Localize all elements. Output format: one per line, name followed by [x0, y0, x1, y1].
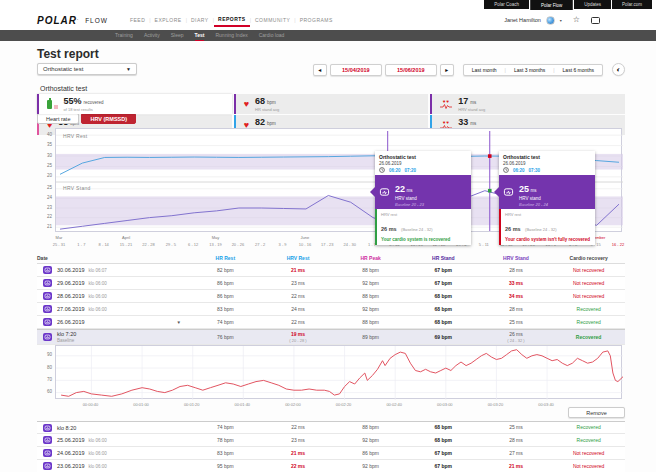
- tooltip-times: 06:20 07:20: [379, 167, 467, 173]
- chevron-down-icon[interactable]: ▾: [560, 18, 562, 23]
- date-from-field[interactable]: 15/04/2019: [330, 64, 382, 76]
- tooltip-arrow: [370, 187, 375, 197]
- content: Test report Orthostatic test ▼ ◄ 15/04/2…: [0, 41, 656, 472]
- remove-button[interactable]: Remove: [568, 407, 625, 418]
- topbar-link-polar-coach[interactable]: Polar Coach: [484, 0, 529, 9]
- value-cell: 68 bpm: [407, 319, 480, 325]
- week-label: 27 - 2: [255, 242, 265, 247]
- column-header-hr-peak: HR Peak: [334, 255, 407, 261]
- value-cell: 27 ms: [480, 450, 553, 456]
- topbar-link-polar-com[interactable]: Polar.com: [612, 0, 652, 9]
- nav-item-community[interactable]: COMMUNITY: [251, 14, 294, 26]
- date-cell: 25.06.2019klo 06:00: [57, 437, 189, 443]
- y-axis-tick: 40: [37, 132, 52, 137]
- date-cell: klo 8:20: [57, 425, 189, 431]
- table-row[interactable]: 24.06.2019klo 06:0083 bpm21 ms86 bpm67 b…: [37, 447, 625, 460]
- nav-item-reports[interactable]: REPORTS: [214, 13, 250, 27]
- value-cell: 68 bpm: [407, 293, 480, 299]
- collapse-caret-icon[interactable]: ▼: [177, 320, 181, 325]
- report-type-value: Orthostatic test: [43, 66, 83, 72]
- row-icon-cell: [37, 292, 57, 300]
- hrv-rest-series-title: HRV Rest: [63, 133, 88, 139]
- value-cell: 33 ms: [480, 280, 553, 286]
- tab-hrv-rmssd[interactable]: HRV (RMSSD): [81, 113, 136, 124]
- range-button-last-3-months[interactable]: Last 3 months: [506, 67, 553, 73]
- table-row[interactable]: 28.06.2019klo 06:0086 bpm22 ms88 bpm68 b…: [37, 290, 625, 303]
- value-cell: 68 bpm: [407, 424, 480, 430]
- subnav-item-running-index[interactable]: Running Index: [215, 30, 247, 41]
- hrv-stand-unit: ms: [531, 188, 537, 193]
- time-axis-label: 00:01:00: [133, 402, 149, 407]
- baseline-row[interactable]: klo 7:20Baseline76 bpm19 ms( 20 - 28 )89…: [37, 329, 625, 345]
- subnav-item-training[interactable]: Training: [115, 30, 133, 41]
- subnav-item-cardio-load[interactable]: Cardio load: [259, 30, 285, 41]
- favorites-star-icon[interactable]: ☆: [573, 16, 580, 24]
- hr-trace-panel[interactable]: [55, 345, 622, 399]
- report-type-select[interactable]: Orthostatic test ▼: [37, 63, 137, 75]
- table-row[interactable]: 25.06.2019klo 06:0078 bpm23 ms92 bpm68 b…: [37, 434, 625, 447]
- stat-label: of 18 test results: [64, 107, 104, 112]
- contrast-icon[interactable]: ◐: [612, 63, 625, 76]
- table-row[interactable]: 29.06.2019klo 06:0086 bpm23 ms92 bpm67 b…: [37, 277, 625, 290]
- flow-label[interactable]: FLOW: [85, 17, 108, 24]
- stat-unit: recovered: [84, 100, 104, 105]
- value-cell: 88 bpm: [334, 424, 407, 430]
- table-row[interactable]: 27.06.2019klo 06:0083 bpm24 ms92 bpm68 b…: [37, 303, 625, 316]
- value-cell: 28 ms: [480, 437, 553, 443]
- table-row[interactable]: 23.06.2019klo 06:0095 bpm22 ms92 bpm67 b…: [37, 460, 625, 472]
- week-label: 16 - 22: [612, 242, 624, 247]
- subnav-item-test[interactable]: Test: [195, 30, 205, 41]
- toolbar: Orthostatic test ▼ ◄ 15/04/2019 15/06/20…: [37, 63, 625, 76]
- user-name[interactable]: Janet Hamilton: [504, 17, 541, 23]
- subnav-item-sleep[interactable]: Sleep: [171, 30, 184, 41]
- date-to-field[interactable]: 15/06/2019: [385, 64, 437, 76]
- tooltip-head: Orthostatic test 26.06.2019 06:20 07:20: [375, 151, 471, 175]
- tooltip-hrv-stand-banner: 22ms HRV stand Baseline 20 - 23: [375, 175, 471, 209]
- range-button-last-6-months[interactable]: Last 6 months: [555, 67, 602, 73]
- tooltip-head: Orthostatic test 26.06.2019 06:20 07:30: [499, 151, 595, 175]
- y-axis-tick: 60: [37, 389, 52, 394]
- week-label: 29 - 5: [166, 242, 176, 247]
- row-icon-cell: [37, 305, 57, 313]
- cardio-recovery-cell: Recovered: [552, 319, 625, 325]
- polar-logo[interactable]: POLAR.: [37, 15, 79, 26]
- time-axis-label: 00:02:20: [336, 402, 352, 407]
- row-icon-cell: [37, 449, 57, 457]
- topbar: Polar CoachPolar FlowUpdatesPolar.com: [0, 0, 656, 10]
- time-axis-label: 00:02:40: [386, 402, 402, 407]
- topbar-link-updates[interactable]: Updates: [574, 0, 611, 9]
- time-axis-label: 00:00:40: [83, 402, 99, 407]
- range-button-last-month[interactable]: Last month: [464, 67, 505, 73]
- prev-period-button[interactable]: ◄: [313, 64, 327, 76]
- test-start-time: 06:20: [513, 168, 525, 173]
- y-axis-tick: 24: [37, 195, 52, 200]
- next-period-button[interactable]: ►: [440, 64, 454, 76]
- subnav-item-activity[interactable]: Activity: [144, 30, 160, 41]
- column-header-hr-rest: HR Rest: [189, 255, 262, 261]
- hrv-stand-value: 22: [395, 184, 405, 194]
- table-row[interactable]: 30.06.2019klo 06:0782 bpm21 ms88 bpm67 b…: [37, 264, 625, 277]
- polar-logo-text: POLAR: [37, 15, 77, 26]
- stat-card-hr-stand-avg[interactable]: ♥68bpmHR stand avg: [234, 94, 429, 114]
- stat-card-of-18-test-results[interactable]: 55%recoveredof 18 test results: [37, 94, 232, 114]
- value-cell: 21 ms: [262, 267, 335, 273]
- table-row[interactable]: 26.06.2019▼74 bpm22 ms88 bpm68 bpm25 msR…: [37, 316, 625, 329]
- main-nav: FEED|EXPLORE|DIARY|REPORTS|COMMUNITY|PRO…: [126, 13, 337, 27]
- avatar[interactable]: [546, 16, 555, 25]
- page: Polar CoachPolar FlowUpdatesPolar.com PO…: [0, 0, 656, 472]
- table-row[interactable]: klo 8:2074 bpm22 ms88 bpm68 bpm25 msReco…: [37, 421, 625, 434]
- nav-item-feed[interactable]: FEED: [126, 14, 149, 26]
- row-icon-cell: [37, 266, 57, 274]
- orthostatic-test-icon: [43, 266, 52, 274]
- nav-item-programs[interactable]: PROGRAMS: [296, 14, 337, 26]
- row-icon-cell: [37, 436, 57, 444]
- stat-card-hrv-stand-avg[interactable]: ♥♥17msHRV stand avg: [430, 94, 625, 114]
- nav-item-explore[interactable]: EXPLORE: [151, 14, 186, 26]
- recovery-status: Your cardio system isn't fully recovered: [505, 237, 591, 243]
- section-title: Orthostatic test: [40, 85, 87, 92]
- hrv-rest-baseline: (Baseline 24 - 32): [401, 227, 433, 232]
- tab-heart-rate[interactable]: Heart rate: [37, 113, 79, 124]
- value-cell: 23 ms: [262, 437, 335, 443]
- nav-item-diary[interactable]: DIARY: [187, 14, 213, 26]
- feedback-bubble-icon[interactable]: [591, 17, 600, 24]
